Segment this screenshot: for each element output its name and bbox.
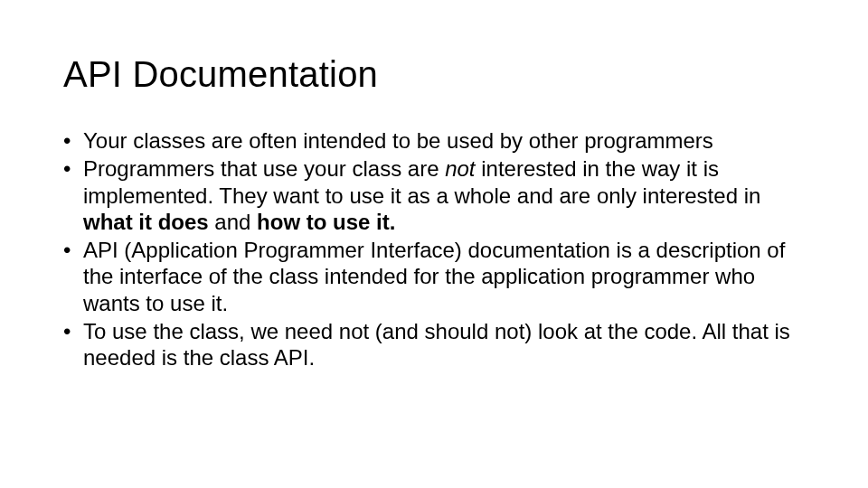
bullet-item: Your classes are often intended to be us…	[63, 127, 805, 154]
text-segment: not	[445, 156, 475, 181]
text-segment: To use the class, we need not (and shoul…	[83, 319, 790, 370]
bullet-item: API (Application Programmer Interface) d…	[63, 237, 805, 316]
slide-title: API Documentation	[63, 54, 805, 95]
text-segment: and	[209, 210, 257, 234]
text-segment: Your classes are often intended to be us…	[83, 128, 713, 153]
bullet-list: Your classes are often intended to be us…	[63, 127, 805, 371]
bullet-item: Programmers that use your class are not …	[63, 155, 805, 235]
text-segment: what it does	[83, 210, 209, 234]
bullet-item: To use the class, we need not (and shoul…	[63, 318, 805, 371]
slide: API Documentation Your classes are often…	[0, 0, 868, 488]
text-segment: Programmers that use your class are	[83, 156, 445, 181]
text-segment: API (Application Programmer Interface) d…	[83, 238, 785, 315]
text-segment: how to use it.	[257, 210, 395, 234]
